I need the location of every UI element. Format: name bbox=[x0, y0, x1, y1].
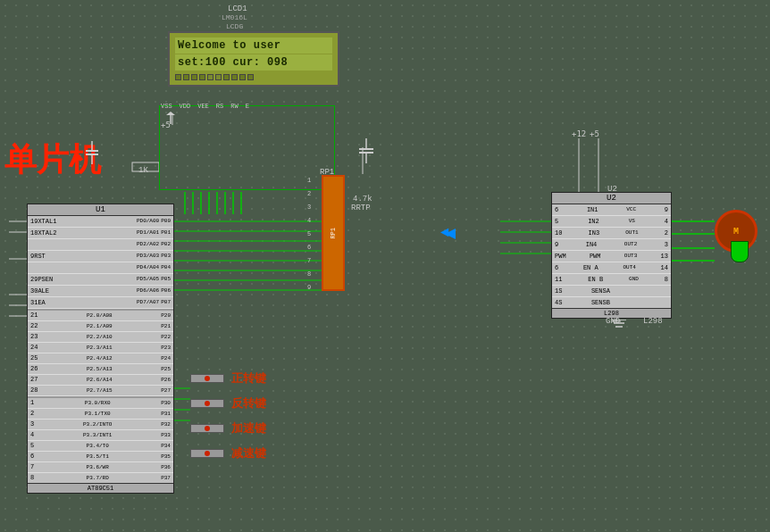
resistor-4k7-sublabel: RRTP bbox=[351, 204, 371, 212]
gnd-symbol: GND bbox=[606, 317, 620, 326]
resistor-4k7-label: 4.7k bbox=[353, 195, 372, 204]
lcd-chip-label: LM016L bbox=[222, 13, 247, 21]
lcd-title-label: LCD1 bbox=[228, 4, 247, 13]
button4-label: 减速键 bbox=[231, 445, 266, 461]
buttons-container: 正转键 反转键 加速键 减速键 bbox=[190, 370, 266, 461]
lcd-pins-top: VSS VDD VEE RS RW E bbox=[161, 103, 249, 110]
u1-footer: AT89C51 bbox=[28, 483, 173, 493]
button3-label: 加速键 bbox=[231, 420, 266, 436]
u2-chip: U2 6IN1VCC9 5IN2VS4 10IN3OUT12 9IN4OUT23… bbox=[551, 192, 672, 319]
button2-label: 反转键 bbox=[231, 395, 266, 411]
l298-label: L298 bbox=[643, 317, 663, 326]
u1-chip: U1 19XTAL1PD0/A00P00 18XTAL2PD1/A01P01 P… bbox=[27, 204, 174, 494]
led-component bbox=[731, 241, 749, 262]
rp1-box: RP1 bbox=[322, 175, 345, 291]
button1-label: 正转键 bbox=[231, 370, 266, 387]
lcd-line2: set:100 cur: 098 bbox=[175, 54, 332, 71]
vcc-plus12: +12 bbox=[572, 129, 586, 138]
mcu-title: 单片机 bbox=[4, 138, 101, 182]
u1-header: U1 bbox=[28, 204, 173, 216]
vcc-indicator: +5 bbox=[161, 121, 171, 129]
vcc-plus5-lcd: +5 bbox=[590, 129, 599, 138]
resistor-1k-label: 1K bbox=[138, 166, 148, 175]
lcd-line1: Welcome to user bbox=[175, 37, 332, 54]
lcd-subtitle: LCDG bbox=[226, 22, 243, 30]
arrow-input: ◄ bbox=[440, 225, 449, 241]
lcd-screen: Welcome to user set:100 cur: 098 bbox=[168, 31, 339, 87]
